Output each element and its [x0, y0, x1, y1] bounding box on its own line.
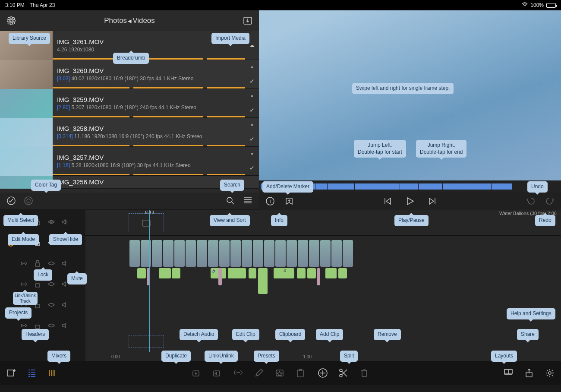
svg-point-11: [25, 197, 32, 205]
callout-play: Play/Pause: [394, 215, 429, 226]
clip-thumbnail[interactable]: [0, 89, 53, 118]
info-icon[interactable]: i: [265, 196, 275, 206]
video-track[interactable]: [85, 240, 561, 267]
svg-point-3: [7, 19, 9, 22]
callout-help: Help and Settings: [507, 308, 555, 319]
color-tag-icon[interactable]: [23, 196, 34, 206]
clip-thumbnail[interactable]: [0, 147, 53, 176]
duplicate-icon[interactable]: [192, 368, 202, 378]
svg-point-1: [10, 17, 12, 19]
clipboard-icon[interactable]: [295, 368, 306, 378]
eye-icon[interactable]: [47, 322, 55, 331]
eye-icon[interactable]: [47, 259, 55, 269]
projects-icon[interactable]: [6, 368, 16, 378]
callout-link-unlink: Link/Unlink: [205, 351, 238, 362]
callout-library-source: Library Source: [9, 33, 50, 44]
callout-share: Share: [517, 329, 539, 340]
multi-select-icon[interactable]: [6, 196, 16, 206]
eye-icon[interactable]: [47, 218, 55, 228]
callout-undo: Undo: [527, 181, 548, 193]
clip-row[interactable]: IMG_3259.MOV [2.80] 5.207 1920x1080 16:9…: [0, 89, 259, 118]
callout-mute: Mute: [67, 273, 87, 285]
share-icon[interactable]: [524, 368, 534, 378]
split-icon[interactable]: [338, 368, 349, 378]
drop-zone[interactable]: [129, 213, 164, 232]
add-clip-icon[interactable]: [318, 368, 328, 378]
clip-info: [3.03] 40.02 1920x1080 16:9 (180°) 30 fp…: [57, 76, 241, 82]
svg-rect-22: [35, 304, 40, 308]
headers-icon[interactable]: [27, 368, 37, 378]
callout-detach: Detach Audio: [180, 329, 218, 340]
check-icon: ✓: [249, 136, 255, 142]
play-pause-icon[interactable]: [405, 196, 415, 206]
clip-info: [2.80] 5.207 1920x1080 16:9 (180°) 240 f…: [57, 104, 241, 111]
breadcrumb-parent[interactable]: Photos: [104, 16, 127, 25]
mixers-icon[interactable]: [47, 368, 58, 378]
callout-search: Search: [220, 180, 244, 191]
chevron-left-icon: ◂: [128, 16, 132, 25]
edit-clip-icon[interactable]: [254, 368, 264, 378]
clip-row[interactable]: IMG_3257.MOV [1.18] 5.28 1920x1080 16:9 …: [0, 147, 259, 176]
link-icon[interactable]: [20, 259, 28, 269]
svg-text:i: i: [270, 198, 271, 204]
callout-mixers: Mixers: [47, 351, 70, 362]
mute-icon[interactable]: [61, 301, 69, 310]
link-unlink-icon[interactable]: [233, 368, 243, 378]
clip-row[interactable]: IMG_3258.MOV [0.214] 11.186 1920x1080 16…: [0, 118, 259, 147]
remove-icon[interactable]: [359, 368, 369, 378]
import-media-icon[interactable]: [243, 16, 253, 26]
mute-icon[interactable]: [61, 259, 69, 269]
check-icon: ✓: [249, 107, 255, 114]
clip-thumbnail[interactable]: [0, 118, 53, 147]
bottom-toolbar: [0, 361, 561, 385]
detach-audio-icon[interactable]: [212, 368, 223, 378]
callout-show-hide: Show/Hide: [49, 234, 82, 245]
library-source-icon[interactable]: [6, 16, 16, 26]
callout-multi-select: Multi Select: [3, 215, 38, 226]
mute-icon[interactable]: [61, 322, 69, 331]
settings-icon[interactable]: [545, 368, 555, 378]
audio-tracks[interactable]: 🔊 🔊 6. 🔊 7.0 🔊: [85, 268, 561, 320]
clip-name: IMG_3258.MOV: [57, 125, 241, 132]
svg-point-12: [27, 199, 30, 202]
callout-split: Split: [340, 351, 358, 362]
add-marker-icon[interactable]: [284, 196, 294, 206]
eye-icon[interactable]: [47, 301, 55, 310]
svg-point-13: [227, 197, 232, 202]
layouts-icon[interactable]: [503, 368, 514, 378]
svg-point-0: [10, 19, 12, 22]
jump-left-icon[interactable]: [382, 196, 393, 206]
callout-swipe-hint: Swipe left and right for single frame st…: [352, 83, 454, 94]
svg-rect-23: [35, 325, 40, 329]
redo-icon[interactable]: [545, 196, 555, 206]
clip-thumbnail[interactable]: [0, 60, 53, 89]
ruler[interactable]: 0.00 30.00 1:00: [85, 352, 561, 361]
callout-projects: Projects: [5, 307, 32, 319]
callout-edit-mode: Edit Mode: [8, 234, 39, 245]
callout-view-sort: View and Sort: [210, 215, 250, 226]
svg-point-17: [50, 221, 52, 223]
view-sort-icon[interactable]: [243, 196, 253, 206]
callout-info: Info: [271, 215, 287, 226]
lock-icon[interactable]: [34, 280, 41, 290]
callout-jump-left: Jump Left. Double-tap for start: [354, 140, 406, 158]
status-date: Thu Apr 23: [30, 2, 55, 8]
presets-icon[interactable]: [274, 368, 285, 378]
clip-row[interactable]: IMG_3260.MOV [3.03] 40.02 1920x1080 16:9…: [0, 60, 259, 89]
playhead[interactable]: [149, 210, 150, 352]
search-icon[interactable]: [225, 196, 236, 206]
breadcrumb[interactable]: Photos ◂ Videos: [104, 16, 155, 25]
mute-icon[interactable]: [61, 218, 69, 228]
imported-icon: ▪: [251, 122, 253, 128]
cloud-icon: ☁: [249, 42, 255, 48]
callout-import: Import Media: [211, 33, 249, 44]
eye-icon[interactable]: [47, 280, 55, 290]
drop-zone-audio[interactable]: [129, 335, 164, 348]
svg-point-7: [8, 22, 10, 24]
breadcrumb-current: Videos: [132, 16, 155, 25]
clip-name: IMG_3259.MOV: [57, 96, 241, 103]
jump-right-icon[interactable]: [427, 196, 438, 206]
svg-rect-21: [35, 284, 40, 287]
preview-pane[interactable]: [259, 10, 561, 193]
undo-icon[interactable]: [526, 196, 536, 206]
